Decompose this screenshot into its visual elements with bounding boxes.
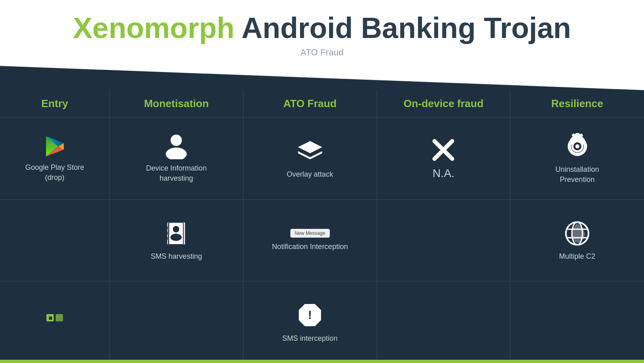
sms-icon [162,219,191,247]
cell-entry-row1-text: Google Play Store(drop) [25,163,84,183]
header: Xenomorph Android Banking Trojan ATO Fra… [0,0,644,66]
cell-ondevice-row3 [377,281,511,363]
svg-point-21 [170,234,182,241]
row-3: ! SMS interception [0,281,644,363]
x-mark-icon [430,137,457,163]
cell-ato-row3: ! SMS interception [243,281,377,363]
bottom-bar [0,360,644,363]
svg-text:!: ! [308,308,312,321]
cell-ato-row2: New Message Notification Interception [243,200,377,281]
svg-point-20 [173,226,179,232]
alert-octagon-icon: ! [296,301,324,329]
new-message-badge: New Message [290,229,330,238]
main-section: Entry Monetisation ATO Fraud On-device f… [0,66,644,363]
cell-resilience-row2: Multiple C2 [510,200,644,281]
cell-resilience-row1-text: UninstallationPrevention [556,165,599,185]
person-icon [163,133,189,159]
cell-monetisation-row3 [110,281,243,363]
svg-marker-9 [298,141,322,153]
title-green: Xenomorph [73,12,235,44]
globe-icon [563,219,592,247]
svg-rect-29 [49,317,52,320]
row-1: Google Play Store(drop) Device Informati… [0,118,644,200]
content-rows: Google Play Store(drop) Device Informati… [0,118,644,363]
cell-monetisation-row1-text: Device Informationharvesting [146,163,207,184]
svg-point-14 [575,144,579,148]
svg-rect-30 [56,314,63,321]
cell-entry-row1: Google Play Store(drop) [0,118,110,199]
svg-point-7 [171,135,182,146]
play-store-icon [43,134,67,158]
threatfabric-logo [46,313,64,331]
svg-point-8 [166,148,187,159]
cell-ato-row3-text: SMS interception [282,333,338,344]
cell-ato-row1: Overlay attack [243,118,377,199]
cell-entry-row2 [0,200,110,281]
cell-resilience-row1: UninstallationPrevention [510,118,644,199]
svg-rect-15 [167,222,185,245]
cell-monetisation-row2-text: SMS harvesting [151,251,202,262]
cell-ato-row2-text: Notification Interception [272,242,348,252]
cell-ondevice-row1: N.A. [377,118,511,199]
page: Xenomorph Android Banking Trojan ATO Fra… [0,0,644,363]
cell-ato-row1-text: Overlay attack [287,169,333,179]
column-headers: Entry Monetisation ATO Fraud On-device f… [0,90,644,118]
cell-resilience-row3 [510,281,644,363]
col-header-resilience: Resilience [510,90,644,117]
col-header-ato: ATO Fraud [243,90,377,117]
gear-icon [563,132,592,160]
page-title: Xenomorph Android Banking Trojan [0,12,644,44]
row-2: SMS harvesting New Message Notification … [0,200,644,282]
diagonal-separator [0,66,644,90]
cell-entry-row3 [0,281,110,363]
cell-ondevice-row1-text: N.A. [432,167,454,180]
col-header-entry: Entry [0,90,110,117]
cell-resilience-row2-text: Multiple C2 [559,251,596,262]
cell-monetisation-row1: Device Informationharvesting [110,118,243,199]
col-header-ondevice: On-device fraud [377,90,511,117]
title-dark: Android Banking Trojan [235,12,571,44]
subtitle: ATO Fraud [0,47,644,58]
cell-ondevice-row2 [377,200,511,281]
cell-monetisation-row2: SMS harvesting [110,200,243,281]
layers-icon [296,137,324,165]
col-header-monetisation: Monetisation [110,90,243,117]
